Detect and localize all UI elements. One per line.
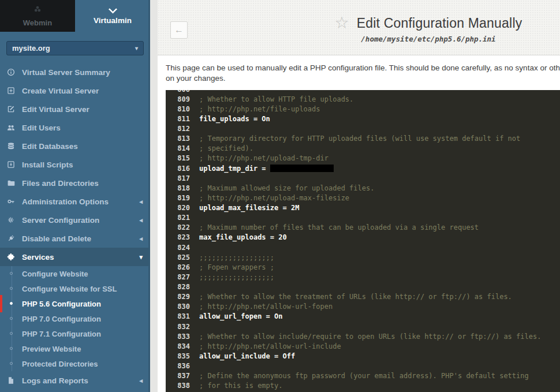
page-header: ← ☆ Edit Configuration Manually /home/my… xyxy=(158,0,560,55)
sidebar-item-label: Logs and Reports xyxy=(22,376,88,385)
sidebar-item-create-virtual-server[interactable]: Create Virtual Server xyxy=(0,81,150,100)
code-line: 838; for this is empty. xyxy=(166,381,560,391)
caret-down-icon: ▾ xyxy=(135,45,138,51)
code-line: 822; Maximum number of files that can be… xyxy=(166,223,560,233)
line-number: 827 xyxy=(173,273,190,281)
code-line: 817 xyxy=(166,173,560,183)
line-number: 809 xyxy=(173,95,190,103)
line-text: ; Whether to allow the treatment of URLs… xyxy=(199,293,512,301)
code-line: 828 xyxy=(166,282,560,292)
line-text: ; Maximum allowed size for uploaded file… xyxy=(199,184,374,192)
line-text: ; specified). xyxy=(199,144,253,152)
line-text: ; Temporary directory for HTTP uploaded … xyxy=(199,135,520,143)
tab-virtualmin-label: Virtualmin xyxy=(94,16,132,25)
tab-virtualmin[interactable]: Virtualmin xyxy=(75,0,150,32)
line-text: max_file_uploads = 20 xyxy=(199,233,287,241)
sidebar-item-install-scripts[interactable]: Install Scripts xyxy=(0,155,150,174)
code-line: 819; http://php.net/upload-max-filesize xyxy=(166,193,560,203)
database-icon xyxy=(7,142,22,150)
info-icon xyxy=(7,68,22,76)
line-number: 831 xyxy=(173,312,190,320)
code-line: 834; http://php.net/allow-url-include xyxy=(166,341,560,351)
line-number: 822 xyxy=(173,223,190,232)
line-number: 826 xyxy=(173,263,190,271)
line-text: ; Maximum number of files that can be up… xyxy=(199,223,479,232)
bullet-icon xyxy=(10,347,13,350)
caret-down-icon: ▾ xyxy=(139,253,143,261)
line-number: 814 xyxy=(173,144,190,152)
bullet-icon xyxy=(10,287,13,290)
sidebar-item-edit-virtual-server[interactable]: Edit Virtual Server xyxy=(0,100,150,118)
line-text: ; http://php.net/upload-max-filesize xyxy=(199,194,349,202)
code-line: 835allow_url_include = Off xyxy=(166,351,560,361)
intro-line-2: on your changes. xyxy=(166,73,560,84)
sidebar-item-services[interactable]: Services▾ xyxy=(0,248,150,266)
code-line: 830; http://php.net/allow-url-fopen xyxy=(166,302,560,312)
code-line: 829; Whether to allow the treatment of U… xyxy=(166,292,560,302)
sidebar-subitem-protected-directories[interactable]: Protected Directories xyxy=(0,356,150,371)
sidebar-item-files-and-directories[interactable]: Files and Directories xyxy=(0,174,150,192)
tab-webmin[interactable]: Webmin xyxy=(0,0,75,32)
sidebar-subitem-php-7-0-configuration[interactable]: PHP 7.0 Configuration xyxy=(0,311,150,326)
key-icon xyxy=(7,197,22,206)
config-editor-textarea[interactable]: 808809; Whether to allow HTTP file uploa… xyxy=(166,90,560,392)
sidebar-item-logs-and-reports[interactable]: Logs and Reports◂ xyxy=(0,371,150,390)
edit-icon xyxy=(7,105,22,113)
line-number: 821 xyxy=(173,214,190,222)
line-text: ; http://php.net/allow-url-include xyxy=(199,342,341,350)
caret-left-icon: ◂ xyxy=(139,198,143,206)
subitem-label: PHP 7.1 Configuration xyxy=(22,330,101,338)
line-number: 808 xyxy=(173,90,190,94)
code-line: 821 xyxy=(166,213,560,223)
line-number: 835 xyxy=(173,352,190,360)
sidebar-subitem-configure-website-for-ssl[interactable]: Configure Website for SSL xyxy=(0,281,150,296)
code-line: 833; Whether to allow include/require to… xyxy=(166,331,560,341)
sidebar-subitem-php-7-1-configuration[interactable]: PHP 7.1 Configuration xyxy=(0,326,150,341)
code-line: 825;;;;;;;;;;;;;;;;;; xyxy=(166,252,560,262)
code-line: 810; http://php.net/file-uploads xyxy=(166,104,560,114)
subitem-label: Protected Directories xyxy=(22,360,98,368)
line-number: 818 xyxy=(173,184,190,192)
line-number: 833 xyxy=(173,333,190,341)
line-number: 819 xyxy=(173,194,190,202)
domain-select[interactable]: mysite.org ▾ xyxy=(6,41,144,55)
line-number: 815 xyxy=(173,154,190,162)
page-body: This page can be used to manually edit a… xyxy=(158,55,560,392)
sidebar-subitem-php-5-6-configuration[interactable]: PHP 5.6 Configuration xyxy=(0,296,150,311)
line-number: 810 xyxy=(173,105,190,113)
bullet-icon xyxy=(10,362,13,365)
code-line: 832 xyxy=(166,322,560,331)
line-number: 820 xyxy=(173,204,190,212)
code-line: 820upload_max_filesize = 2M xyxy=(166,203,560,213)
line-number: 825 xyxy=(173,253,190,262)
main-area: ← ☆ Edit Configuration Manually /home/my… xyxy=(150,0,560,392)
subitem-label: PHP 5.6 Configuration xyxy=(22,300,101,308)
sidebar-item-label: Create Virtual Server xyxy=(22,87,99,95)
sidebar-item-disable-and-delete[interactable]: Disable and Delete◂ xyxy=(0,229,150,248)
sidebar-item-administration-options[interactable]: Administration Options◂ xyxy=(0,192,150,211)
line-number: 812 xyxy=(173,125,190,133)
line-number: 823 xyxy=(173,233,190,241)
sidebar-item-label: Disable and Delete xyxy=(22,234,91,243)
sidebar-item-edit-users[interactable]: Edit Users xyxy=(0,118,150,137)
sidebar-subitem-configure-website[interactable]: Configure Website xyxy=(0,266,150,281)
file-icon xyxy=(7,376,22,384)
line-text: upload_tmp_dir = xyxy=(199,165,270,173)
sidebar-subitem-preview-website[interactable]: Preview Website xyxy=(0,341,150,356)
sidebar-item-server-configuration[interactable]: Server Configuration◂ xyxy=(0,211,150,229)
bullet-icon xyxy=(10,302,13,305)
favorite-star-icon[interactable]: ☆ xyxy=(335,15,349,31)
sidebar-item-label: Edit Virtual Server xyxy=(22,105,89,114)
caret-left-icon: ◂ xyxy=(139,216,143,224)
line-text: ; http://php.net/file-uploads xyxy=(199,105,320,113)
line-number: 817 xyxy=(173,174,190,182)
sidebar-item-virtual-server-summary[interactable]: Virtual Server Summary xyxy=(0,63,150,81)
line-number: 830 xyxy=(173,303,190,311)
line-number: 829 xyxy=(173,293,190,301)
line-text: ;;;;;;;;;;;;;;;;;; xyxy=(199,253,274,262)
sidebar-item-edit-databases[interactable]: Edit Databases xyxy=(0,137,150,155)
sidebar: Webmin Virtualmin mysite.org ▾ Virtual S… xyxy=(0,0,150,392)
sidebar-item-label: Files and Directories xyxy=(22,179,99,188)
line-number: 813 xyxy=(173,135,190,143)
gears-icon xyxy=(7,216,22,224)
